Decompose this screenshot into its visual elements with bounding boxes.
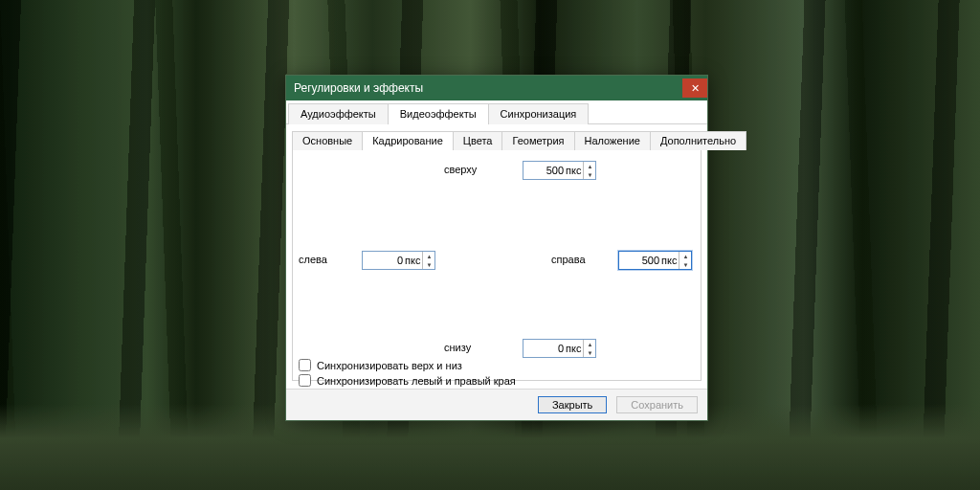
close-button[interactable]: ✕	[682, 78, 707, 98]
crop-right-input[interactable]	[619, 254, 661, 267]
chevron-up-icon[interactable]: ▲	[584, 162, 595, 170]
main-tabs: Аудиоэффекты Видеоэффекты Синхронизация	[286, 100, 707, 124]
close-icon: ✕	[691, 82, 700, 95]
tab-audio-effects[interactable]: Аудиоэффекты	[288, 103, 389, 124]
crop-left-spinner[interactable]: пкс ▲ ▼	[362, 251, 435, 270]
unit-label: пкс	[566, 165, 583, 176]
unit-label: пкс	[405, 255, 422, 266]
tab-crop[interactable]: Кадрирование	[362, 131, 454, 150]
sync-left-right-label: Синхронизировать левый и правый края	[317, 375, 516, 387]
crop-left-label: слева	[299, 254, 327, 265]
crop-bottom-input[interactable]	[523, 342, 566, 355]
crop-panel: сверху пкс ▲ ▼ слева пкс ▲ ▼ справа пкс …	[292, 150, 702, 381]
crop-bottom-label: снизу	[444, 342, 471, 353]
crop-top-input[interactable]	[523, 164, 566, 177]
window-title: Регулировки и эффекты	[294, 81, 423, 95]
sub-tabs-container: Основные Кадрирование Цвета Геометрия На…	[286, 124, 707, 150]
chevron-down-icon[interactable]: ▼	[584, 348, 595, 357]
close-dialog-button[interactable]: Закрыть	[538, 396, 607, 413]
spinner-arrows: ▲ ▼	[679, 252, 691, 269]
dialog-footer: Закрыть Сохранить	[286, 389, 707, 420]
spinner-arrows: ▲ ▼	[422, 252, 434, 269]
crop-top-spinner[interactable]: пкс ▲ ▼	[523, 161, 596, 180]
tab-video-effects[interactable]: Видеоэффекты	[388, 103, 489, 124]
tab-geometry[interactable]: Геометрия	[501, 131, 574, 150]
sync-left-right-checkbox[interactable]	[299, 374, 311, 387]
tab-overlay[interactable]: Наложение	[574, 131, 651, 150]
sub-tabs: Основные Кадрирование Цвета Геометрия На…	[292, 130, 702, 150]
chevron-up-icon[interactable]: ▲	[679, 252, 691, 260]
tab-colors[interactable]: Цвета	[453, 131, 503, 150]
chevron-down-icon[interactable]: ▼	[584, 170, 595, 179]
effects-dialog: Регулировки и эффекты ✕ Аудиоэффекты Вид…	[285, 75, 708, 421]
chevron-up-icon[interactable]: ▲	[584, 340, 595, 348]
crop-right-spinner[interactable]: пкс ▲ ▼	[618, 251, 692, 270]
crop-right-label: справа	[551, 254, 586, 265]
unit-label: пкс	[661, 255, 679, 266]
sync-top-bottom-checkbox[interactable]	[299, 359, 311, 371]
chevron-down-icon[interactable]: ▼	[679, 260, 691, 269]
sync-top-bottom-label: Синхронизировать верх и низ	[317, 360, 462, 371]
titlebar[interactable]: Регулировки и эффекты ✕	[286, 76, 707, 100]
sync-left-right-row[interactable]: Синхронизировать левый и правый края	[299, 374, 516, 387]
save-button: Сохранить	[616, 396, 698, 413]
tab-synchronization[interactable]: Синхронизация	[488, 103, 590, 124]
crop-bottom-spinner[interactable]: пкс ▲ ▼	[523, 339, 596, 358]
tab-advanced[interactable]: Дополнительно	[650, 131, 746, 150]
crop-top-label: сверху	[444, 164, 477, 175]
sync-top-bottom-row[interactable]: Синхронизировать верх и низ	[299, 359, 462, 371]
crop-left-input[interactable]	[363, 254, 405, 267]
tab-basic[interactable]: Основные	[292, 131, 363, 150]
unit-label: пкс	[566, 343, 583, 354]
chevron-up-icon[interactable]: ▲	[423, 252, 434, 260]
spinner-arrows: ▲ ▼	[583, 162, 595, 179]
spinner-arrows: ▲ ▼	[583, 340, 595, 357]
chevron-down-icon[interactable]: ▼	[423, 260, 434, 269]
